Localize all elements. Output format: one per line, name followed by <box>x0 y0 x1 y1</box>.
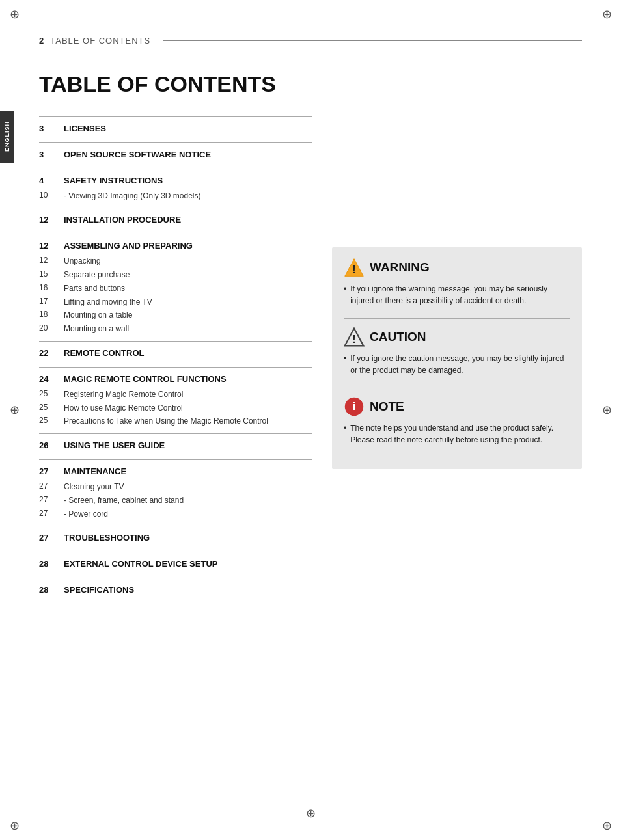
toc-sub-maintenance-2: 27 - Screen, frame, cabinet and stand <box>39 494 312 508</box>
toc-section-external-control: 28 EXTERNAL CONTROL DEVICE SETUP <box>39 552 312 578</box>
warning-body-text: If you ignore the warning message, you m… <box>350 283 570 306</box>
caution-title: CAUTION <box>370 330 426 344</box>
toc-sub-assembling-5: 18 Mounting on a table <box>39 308 312 322</box>
toc-heading-open-source: OPEN SOURCE SOFTWARE NOTICE <box>64 150 211 161</box>
toc-sub-assembling-6: 20 Mounting on a wall <box>39 322 312 336</box>
caution-section: ! CAUTION • If you ignore the caution me… <box>344 327 570 376</box>
warning-text: • If you ignore the warning message, you… <box>344 283 570 306</box>
toc-heading-user-guide: USING THE USER GUIDE <box>64 440 165 452</box>
toc-num-safety: 4 <box>39 176 57 185</box>
language-tab: ENGLISH <box>0 111 14 163</box>
toc-main-title: TABLE OF CONTENTS <box>39 72 312 97</box>
toc-section-remote: 22 REMOTE CONTROL <box>39 341 312 367</box>
toc-section-user-guide: 26 USING THE USER GUIDE <box>39 433 312 459</box>
toc-section-safety: 4 SAFETY INSTRUCTIONS 10 - Viewing 3D Im… <box>39 169 312 208</box>
toc-sub-magic-2: 25 How to use Magic Remote Control <box>39 401 312 415</box>
toc-num-assembling: 12 <box>39 241 57 251</box>
main-content: TABLE OF CONTENTS 3 LICENSES 3 OPEN SOUR… <box>0 52 621 617</box>
toc-num-installation: 12 <box>39 215 57 224</box>
toc-sub-maintenance-1: 27 Cleaning your TV <box>39 480 312 494</box>
toc-sub-magic-1: 25 Registering Magic Remote Control <box>39 388 312 401</box>
toc-section-troubleshooting: 27 TROUBLESHOOTING <box>39 526 312 552</box>
toc-heading-licenses: LICENSES <box>64 124 106 135</box>
toc-sub-magic-3: 25 Precautions to Take when Using the Ma… <box>39 414 312 428</box>
toc-sub-assembling-1: 12 Unpacking <box>39 254 312 268</box>
warning-box: ! WARNING • If you ignore the warning me… <box>332 247 582 469</box>
toc-num-open-source: 3 <box>39 150 57 159</box>
crosshair-bottom-center: ⊕ <box>306 806 316 820</box>
toc-heading-troubleshooting: TROUBLESHOOTING <box>64 533 150 544</box>
toc-heading-magic-remote: MAGIC REMOTE CONTROL FUNCTIONS <box>64 374 227 385</box>
caution-title-row: ! CAUTION <box>344 327 570 347</box>
svg-text:!: ! <box>352 264 355 275</box>
toc-heading-installation: INSTALLATION PROCEDURE <box>64 215 181 226</box>
note-title: NOTE <box>370 400 404 414</box>
note-icon: i <box>344 396 365 417</box>
toc-sub-assembling-3: 16 Parts and buttons <box>39 282 312 295</box>
toc-section-assembling: 12 ASSEMBLING AND PREPARING 12 Unpacking… <box>39 234 312 341</box>
warning-title-row: ! WARNING <box>344 257 570 278</box>
toc-sub-assembling-4: 17 Lifting and moving the TV <box>39 295 312 309</box>
toc-heading-assembling: ASSEMBLING AND PREPARING <box>64 241 193 252</box>
toc-section-installation: 12 INSTALLATION PROCEDURE <box>39 208 312 234</box>
crosshair-top-right: ⊕ <box>600 8 613 21</box>
toc-section-specifications: 28 SPECIFICATIONS <box>39 578 312 604</box>
svg-text:!: ! <box>352 334 355 345</box>
toc-heading-remote: REMOTE CONTROL <box>64 348 145 359</box>
toc-section-licenses: 3 LICENSES <box>39 116 312 142</box>
toc-num-user-guide: 26 <box>39 440 57 450</box>
toc-section-open-source: 3 OPEN SOURCE SOFTWARE NOTICE <box>39 142 312 169</box>
crosshair-top-left: ⊕ <box>8 8 21 21</box>
warning-title: WARNING <box>370 260 430 275</box>
note-section: i NOTE • The note helps you understand a… <box>344 396 570 446</box>
toc-num-external-control: 28 <box>39 559 57 569</box>
note-body-text: The note helps you understand and use th… <box>350 422 570 446</box>
svg-text:i: i <box>353 401 355 412</box>
toc-num-maintenance: 27 <box>39 467 57 476</box>
note-title-row: i NOTE <box>344 396 570 417</box>
toc-num-licenses: 3 <box>39 124 57 133</box>
toc-heading-external-control: EXTERNAL CONTROL DEVICE SETUP <box>64 559 217 570</box>
toc-section-magic-remote: 24 MAGIC REMOTE CONTROL FUNCTIONS 25 Reg… <box>39 367 312 433</box>
toc-heading-specifications: SPECIFICATIONS <box>64 585 134 596</box>
toc-heading-maintenance: MAINTENANCE <box>64 467 126 478</box>
page-header: 2 TABLE OF CONTENTS <box>0 0 621 52</box>
crosshair-mid-right: ⊕ <box>600 403 613 416</box>
toc-num-magic-remote: 24 <box>39 374 57 384</box>
crosshair-bottom-left: ⊕ <box>8 819 21 832</box>
crosshair-mid-left: ⊕ <box>8 403 21 416</box>
caution-icon: ! <box>344 327 365 347</box>
header-page-number: 2 <box>39 36 44 46</box>
toc-num-specifications: 28 <box>39 585 57 595</box>
toc-sub-assembling-2: 15 Separate purchase <box>39 268 312 282</box>
warning-column: ! WARNING • If you ignore the warning me… <box>332 65 582 604</box>
page: ⊕ ⊕ ⊕ ⊕ ⊕ ⊕ ⊕ ENGLISH 2 TABLE OF CONTENT… <box>0 0 621 840</box>
header-divider <box>163 40 582 41</box>
warning-caution-divider <box>344 318 570 319</box>
toc-sub-maintenance-3: 27 - Power cord <box>39 508 312 521</box>
toc-sub-safety-1: 10 - Viewing 3D Imaging (Only 3D models) <box>39 189 312 203</box>
toc-section-maintenance: 27 MAINTENANCE 27 Cleaning your TV 27 - … <box>39 459 312 526</box>
toc-num-troubleshooting: 27 <box>39 533 57 543</box>
warning-icon: ! <box>344 257 365 278</box>
note-text: • The note helps you understand and use … <box>344 422 570 446</box>
toc-column: TABLE OF CONTENTS 3 LICENSES 3 OPEN SOUR… <box>39 65 312 604</box>
warning-section: ! WARNING • If you ignore the warning me… <box>344 257 570 306</box>
caution-text: • If you ignore the caution message, you… <box>344 353 570 376</box>
crosshair-bottom-right: ⊕ <box>600 819 613 832</box>
caution-note-divider <box>344 388 570 388</box>
header-title: TABLE OF CONTENTS <box>50 36 150 46</box>
caution-body-text: If you ignore the caution message, you m… <box>350 353 570 376</box>
language-tab-label: ENGLISH <box>4 121 10 152</box>
toc-heading-safety: SAFETY INSTRUCTIONS <box>64 176 163 187</box>
toc-num-remote: 22 <box>39 348 57 358</box>
